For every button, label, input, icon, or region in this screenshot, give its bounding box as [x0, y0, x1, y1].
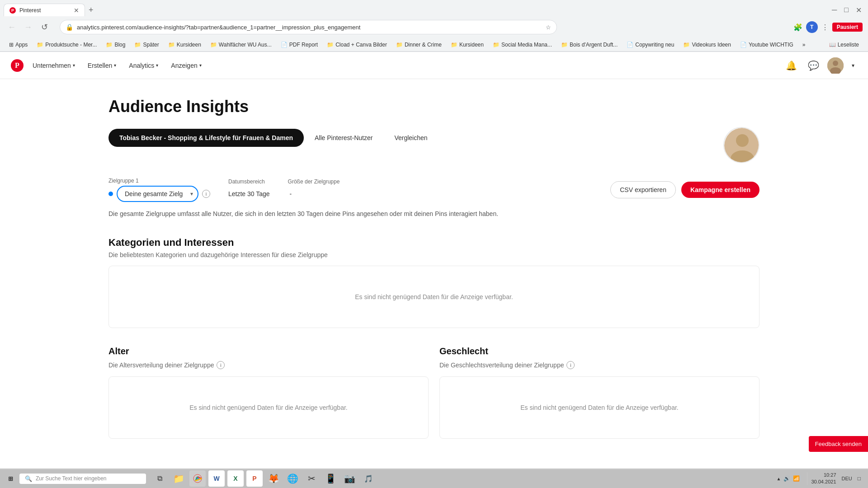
bookmark-blog[interactable]: 📁 Blog — [102, 41, 129, 49]
tray-up-arrow[interactable]: ▲ — [777, 476, 781, 481]
age-info-icon[interactable]: i — [217, 361, 225, 369]
taskbar-excel[interactable]: X — [227, 470, 244, 487]
audience-select[interactable]: Deine gesamte Zielg — [117, 186, 198, 202]
create-label: Erstellen — [88, 62, 112, 69]
taskbar-snip[interactable]: ✂ — [303, 470, 320, 487]
bookmark-more[interactable]: » — [799, 41, 809, 49]
taskbar-clock[interactable]: 10:27 30.04.2021 — [811, 472, 836, 486]
bookmark-social[interactable]: 📁 Social Media Mana... — [489, 41, 556, 49]
tab-active-audience[interactable]: Tobias Becker - Shopping & Lifestyle für… — [108, 129, 304, 147]
taskbar-phone[interactable]: 📱 — [322, 470, 339, 487]
profile-image — [723, 127, 760, 163]
bookmark-youtube[interactable]: 📄 Youtube WICHTIG — [736, 41, 797, 49]
forward-button[interactable]: → — [22, 21, 34, 33]
bookmark-cload[interactable]: 📁 Cload + Canva Bilder — [323, 41, 391, 49]
ads-chevron-icon: ▾ — [199, 63, 202, 68]
menu-button[interactable]: ⋮ — [820, 21, 830, 33]
refresh-button[interactable]: ↺ — [38, 21, 51, 33]
taskbar-spotify[interactable]: 🎵 — [360, 470, 377, 487]
active-tab[interactable]: Pinterest ✕ — [4, 4, 85, 16]
create-campaign-button[interactable]: Kampagne erstellen — [681, 182, 760, 198]
nav-create[interactable]: Erstellen ▾ — [82, 58, 122, 73]
bookmark-leseliste[interactable]: 📖 Leseliste — [826, 41, 863, 49]
taskbar-search-text: Zur Suche Text hier eingeben — [36, 475, 107, 482]
age-title-row: Alter — [108, 346, 429, 359]
gender-title-row: Geschlecht — [439, 346, 760, 359]
bookmark-copywriting[interactable]: 📄 Copywriting neu — [623, 41, 678, 49]
taskbar-firefox[interactable]: 🦊 — [265, 470, 282, 487]
gender-no-data-text: Es sind nicht genügend Daten für die Anz… — [520, 404, 678, 411]
bookmark-label: Videokurs Ideen — [692, 42, 731, 48]
extensions-button[interactable]: 🧩 — [792, 21, 804, 33]
audience-select-wrapper[interactable]: Deine gesamte Zielg — [117, 186, 198, 202]
maximize-button[interactable]: □ — [841, 5, 851, 15]
bookmark-star-icon[interactable]: ☆ — [546, 24, 551, 31]
csv-export-button[interactable]: CSV exportieren — [610, 181, 676, 198]
paused-badge[interactable]: Pausiert — [832, 23, 863, 32]
bookmark-wahlfacher[interactable]: 📁 Wahlfächer WU Aus... — [207, 41, 275, 49]
age-subtitle-row: Die Altersverteilung deiner Zielgruppe i — [108, 361, 429, 369]
messages-button[interactable]: 💬 — [805, 57, 822, 74]
nav-ads[interactable]: Anzeigen ▾ — [165, 58, 207, 73]
folder-icon: 📁 — [493, 42, 500, 48]
tab-bar: Pinterest ✕ + ─ □ ✕ — [0, 0, 868, 16]
feedback-button[interactable]: Feedback senden — [809, 436, 868, 452]
close-button[interactable]: ✕ — [853, 5, 864, 15]
tray-network-icon[interactable]: 📶 — [793, 475, 800, 482]
taskbar-notification-area[interactable]: □ — [858, 475, 861, 482]
bookmark-dinner[interactable]: 📁 Dinner & Crime — [392, 41, 445, 49]
taskbar-file-explorer[interactable]: 📁 — [170, 470, 187, 487]
pinterest-logo[interactable]: P — [11, 59, 24, 72]
tab-favicon — [9, 7, 16, 14]
bookmark-label: Kursideen — [177, 42, 201, 48]
demographics-row: Alter Die Altersverteilung deiner Zielgr… — [108, 346, 760, 439]
address-text: analytics.pinterest.com/audience-insight… — [77, 24, 542, 31]
tray-volume-icon[interactable]: 🔊 — [783, 475, 790, 482]
nav-analytics[interactable]: Analytics ▾ — [123, 58, 164, 73]
bookmark-videokurs[interactable]: 📁 Videokurs Ideen — [679, 41, 735, 49]
user-menu-button[interactable]: ▾ — [849, 60, 857, 71]
bookmark-bois[interactable]: 📁 Bois d'Argent Duft... — [557, 41, 621, 49]
bookmark-apps[interactable]: ⊞ Apps — [5, 41, 31, 49]
taskbar-right: ▲ 🔊 📶 10:27 30.04.2021 DEU □ — [773, 472, 864, 486]
dot-indicator — [108, 192, 113, 196]
taskbar-powerpoint[interactable]: P — [246, 470, 263, 487]
taskbar-chrome[interactable] — [189, 470, 206, 487]
profile-button[interactable]: T — [806, 21, 818, 33]
folder-icon: 📁 — [683, 42, 690, 48]
size-filter-group: Größe der Zielgruppe - — [288, 178, 340, 201]
nav-company[interactable]: Unternehmen ▾ — [27, 58, 80, 73]
notification-button[interactable]: 🔔 — [783, 57, 800, 74]
taskbar-search[interactable]: 🔍 Zur Suche Text hier eingeben — [19, 474, 146, 484]
bookmark-pdf[interactable]: 📄 PDF Report — [277, 41, 321, 49]
taskbar-edge[interactable]: 🌐 — [284, 470, 301, 487]
minimize-button[interactable]: ─ — [829, 5, 840, 15]
bookmark-kursideen2[interactable]: 📁 Kursideen — [447, 41, 487, 49]
taskbar: ⊞ 🔍 Zur Suche Text hier eingeben ⧉ 📁 W X… — [0, 468, 868, 488]
back-button[interactable]: ← — [5, 21, 18, 33]
bookmark-kursideen[interactable]: 📁 Kursideen — [165, 41, 205, 49]
start-icon: ⊞ — [8, 475, 13, 482]
bookmark-spater[interactable]: 📁 Später — [131, 41, 162, 49]
tab-all-users[interactable]: Alle Pinterest-Nutzer — [304, 129, 383, 147]
bookmark-produktsuche[interactable]: 📁 Produktsuche - Mer... — [33, 41, 100, 49]
bookmark-label: Apps — [15, 42, 28, 48]
doc-icon: 📄 — [740, 42, 747, 48]
taskbar-camera[interactable]: 📷 — [341, 470, 358, 487]
svg-point-4 — [736, 134, 749, 147]
audience-info-icon[interactable]: i — [202, 190, 210, 198]
pinterest-nav: P Unternehmen ▾ Erstellen ▾ Analytics ▾ … — [0, 52, 868, 79]
new-tab-button[interactable]: + — [85, 5, 97, 15]
taskbar-word[interactable]: W — [208, 470, 225, 487]
address-bar[interactable]: 🔒 analytics.pinterest.com/audience-insig… — [60, 20, 557, 34]
bookmark-label: Cload + Canva Bilder — [335, 42, 387, 48]
tab-close-button[interactable]: ✕ — [74, 7, 79, 14]
action-buttons: CSV exportieren Kampagne erstellen — [610, 181, 760, 198]
user-avatar[interactable] — [827, 57, 844, 74]
gender-info-icon[interactable]: i — [566, 361, 575, 369]
gender-title: Geschlecht — [439, 346, 488, 357]
bookmark-label: Blog — [114, 42, 125, 48]
start-button[interactable]: ⊞ — [4, 474, 18, 484]
taskbar-task-view[interactable]: ⧉ — [151, 470, 168, 487]
tab-compare[interactable]: Vergleichen — [383, 129, 438, 147]
